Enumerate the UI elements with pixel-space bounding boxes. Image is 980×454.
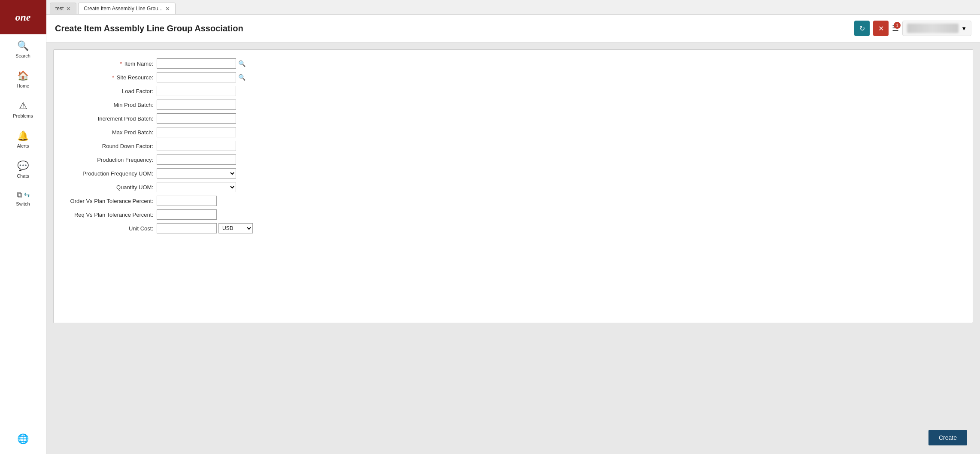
sidebar-item-settings[interactable]: 🌐 bbox=[14, 427, 32, 451]
refresh-icon: ↻ bbox=[859, 24, 865, 33]
order-vs-plan-row: Order Vs Plan Tolerance Percent: bbox=[62, 196, 964, 206]
req-vs-plan-row: Req Vs Plan Tolerance Percent: bbox=[62, 209, 964, 220]
switch-icon: ⧉ ⇆ bbox=[17, 191, 30, 200]
production-frequency-uom-select[interactable]: Days Weeks Months bbox=[157, 168, 236, 179]
production-frequency-row: Production Frequency: bbox=[62, 154, 964, 165]
item-name-input[interactable] bbox=[157, 58, 236, 69]
item-name-row: * Item Name: 🔍 bbox=[62, 58, 964, 69]
sidebar-item-label: Problems bbox=[13, 113, 33, 118]
user-dropdown[interactable]: ▼ bbox=[902, 21, 971, 36]
required-indicator: * bbox=[112, 74, 114, 81]
form-container: * Item Name: 🔍 * Site Resource: 🔍 Load F… bbox=[53, 49, 973, 323]
chat-icon: 💬 bbox=[17, 160, 29, 172]
refresh-button[interactable]: ↻ bbox=[854, 21, 870, 36]
tab-label: Create Item Assembly Line Grou... bbox=[84, 6, 162, 12]
sidebar-item-alerts[interactable]: 🔔 Alerts bbox=[0, 124, 46, 154]
site-resource-row: * Site Resource: 🔍 bbox=[62, 72, 964, 82]
min-prod-batch-input[interactable] bbox=[157, 100, 236, 110]
item-name-lookup-button[interactable]: 🔍 bbox=[237, 59, 246, 68]
req-vs-plan-label: Req Vs Plan Tolerance Percent: bbox=[62, 212, 157, 218]
site-resource-input[interactable] bbox=[157, 72, 236, 82]
production-frequency-uom-label: Production Frequency UOM: bbox=[62, 170, 157, 177]
quantity-uom-select[interactable]: Each Box Case bbox=[157, 182, 236, 192]
create-button-area: Create bbox=[928, 430, 967, 445]
tab-label: test bbox=[55, 6, 64, 12]
max-prod-batch-label: Max Prod Batch: bbox=[62, 129, 157, 136]
load-factor-row: Load Factor: bbox=[62, 86, 964, 96]
menu-button[interactable]: ☰ 1 bbox=[892, 24, 899, 33]
production-frequency-uom-row: Production Frequency UOM: Days Weeks Mon… bbox=[62, 168, 964, 179]
sidebar-item-label: Alerts bbox=[17, 143, 29, 148]
create-button[interactable]: Create bbox=[928, 430, 967, 445]
bell-icon: 🔔 bbox=[17, 130, 29, 142]
unit-cost-row: Unit Cost: USD EUR GBP bbox=[62, 223, 964, 233]
app-logo[interactable]: one bbox=[0, 0, 46, 34]
sidebar-item-label: Home bbox=[17, 83, 29, 88]
sidebar: one 🔍 Search 🏠 Home ⚠ Problems 🔔 Alerts … bbox=[0, 0, 46, 454]
order-vs-plan-label: Order Vs Plan Tolerance Percent: bbox=[62, 198, 157, 204]
increment-prod-batch-row: Increment Prod Batch: bbox=[62, 113, 964, 124]
tab-test[interactable]: test ✕ bbox=[50, 3, 76, 14]
sidebar-item-search[interactable]: 🔍 Search bbox=[0, 34, 46, 64]
globe-icon: 🌐 bbox=[17, 433, 29, 445]
max-prod-batch-input[interactable] bbox=[157, 127, 236, 137]
round-down-factor-input[interactable] bbox=[157, 141, 236, 151]
sidebar-item-home[interactable]: 🏠 Home bbox=[0, 64, 46, 94]
req-vs-plan-input[interactable] bbox=[157, 209, 217, 220]
dropdown-chevron-icon: ▼ bbox=[961, 25, 967, 32]
notification-badge: 1 bbox=[894, 22, 901, 29]
sidebar-item-chats[interactable]: 💬 Chats bbox=[0, 154, 46, 185]
required-indicator: * bbox=[120, 61, 122, 67]
tab-close-assembly[interactable]: ✕ bbox=[165, 6, 170, 12]
max-prod-batch-row: Max Prod Batch: bbox=[62, 127, 964, 137]
sidebar-item-label: Search bbox=[15, 53, 30, 58]
increment-prod-batch-input[interactable] bbox=[157, 113, 236, 124]
close-icon: ✕ bbox=[878, 24, 884, 33]
site-resource-lookup-button[interactable]: 🔍 bbox=[237, 73, 246, 82]
sidebar-item-switch[interactable]: ⧉ ⇆ Switch bbox=[0, 185, 46, 212]
unit-cost-label: Unit Cost: bbox=[62, 225, 157, 232]
production-frequency-input[interactable] bbox=[157, 154, 236, 165]
page-header: Create Item Assembly Line Group Associat… bbox=[46, 15, 980, 42]
quantity-uom-label: Quantity UOM: bbox=[62, 184, 157, 191]
round-down-factor-row: Round Down Factor: bbox=[62, 141, 964, 151]
production-frequency-label: Production Frequency: bbox=[62, 157, 157, 163]
increment-prod-batch-label: Increment Prod Batch: bbox=[62, 115, 157, 122]
unit-cost-input[interactable] bbox=[157, 223, 217, 233]
site-resource-label: * Site Resource: bbox=[62, 74, 157, 81]
header-actions: ↻ ✕ ☰ 1 ▼ bbox=[854, 21, 971, 36]
quantity-uom-row: Quantity UOM: Each Box Case bbox=[62, 182, 964, 192]
page-title: Create Item Assembly Line Group Associat… bbox=[55, 24, 243, 33]
unit-cost-currency-select[interactable]: USD EUR GBP bbox=[218, 223, 253, 233]
item-name-label: * Item Name: bbox=[62, 61, 157, 67]
page-content: * Item Name: 🔍 * Site Resource: 🔍 Load F… bbox=[46, 42, 980, 454]
search-icon: 🔍 bbox=[17, 40, 29, 51]
home-icon: 🏠 bbox=[17, 70, 29, 82]
round-down-factor-label: Round Down Factor: bbox=[62, 143, 157, 149]
min-prod-batch-row: Min Prod Batch: bbox=[62, 100, 964, 110]
load-factor-label: Load Factor: bbox=[62, 88, 157, 94]
tab-close-test[interactable]: ✕ bbox=[66, 6, 71, 12]
load-factor-input[interactable] bbox=[157, 86, 236, 96]
user-name bbox=[907, 24, 959, 33]
sidebar-item-label: Switch bbox=[16, 201, 30, 206]
warning-icon: ⚠ bbox=[19, 100, 27, 112]
order-vs-plan-input[interactable] bbox=[157, 196, 217, 206]
tab-bar: test ✕ Create Item Assembly Line Grou...… bbox=[46, 0, 980, 15]
sidebar-item-problems[interactable]: ⚠ Problems bbox=[0, 94, 46, 124]
close-button[interactable]: ✕ bbox=[873, 21, 889, 36]
main-content: test ✕ Create Item Assembly Line Grou...… bbox=[46, 0, 980, 454]
min-prod-batch-label: Min Prod Batch: bbox=[62, 102, 157, 108]
sidebar-item-label: Chats bbox=[17, 173, 29, 179]
tab-create-assembly[interactable]: Create Item Assembly Line Grou... ✕ bbox=[78, 3, 175, 14]
